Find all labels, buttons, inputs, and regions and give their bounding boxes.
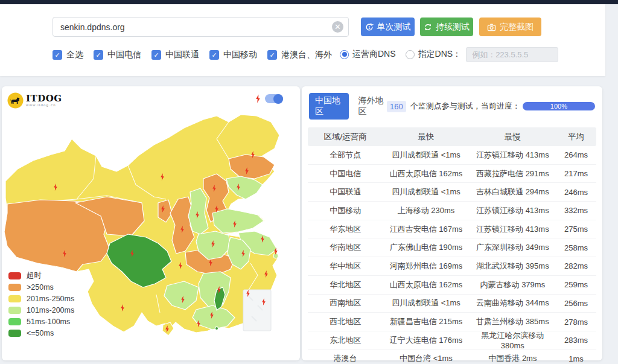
legend-item: 101ms-200ms bbox=[8, 304, 74, 316]
continuous-test-label: 持续测试 bbox=[436, 22, 470, 33]
isp-checkbox[interactable]: ✓ 中国电信 bbox=[94, 49, 141, 60]
legend-color-swatch bbox=[8, 318, 21, 325]
logo-subtitle: www.itdog.cn bbox=[26, 103, 62, 107]
checkbox-check-icon: ✓ bbox=[267, 50, 277, 60]
custom-dns-input[interactable] bbox=[466, 47, 558, 62]
legend-item: 201ms-250ms bbox=[8, 293, 74, 304]
fastest-cell: 四川成都联通 <1ms bbox=[383, 150, 469, 161]
itdog-dog-icon bbox=[7, 92, 24, 109]
legend-item: 51ms-100ms bbox=[8, 316, 74, 327]
slowest-cell: 湖北武汉移动 395ms bbox=[470, 261, 556, 272]
slowest-cell: 中国香港 2ms bbox=[470, 353, 556, 364]
legend-color-swatch bbox=[8, 272, 21, 279]
monitor-count-badge: 160 bbox=[387, 101, 406, 112]
lightning-icon bbox=[255, 94, 261, 103]
table-header-cell: 平均 bbox=[556, 132, 596, 142]
clear-input-icon[interactable]: ✕ bbox=[332, 21, 343, 33]
legend-color-swatch bbox=[8, 284, 21, 291]
full-screenshot-button[interactable]: 完整截图 bbox=[479, 18, 541, 36]
table-body: 全部节点 四川成都联通 <1ms 江苏镇江移动 413ms 264ms 中国电信… bbox=[308, 146, 596, 364]
isp-checkbox[interactable]: ✓ 港澳台、海外 bbox=[267, 49, 332, 60]
checkbox-label: 港澳台、海外 bbox=[281, 49, 332, 60]
fastest-cell: 广东佛山电信 190ms bbox=[383, 242, 469, 253]
region-cell: 西南地区 bbox=[308, 298, 383, 308]
legend-color-swatch bbox=[8, 330, 21, 337]
toggle-switch[interactable] bbox=[265, 94, 283, 103]
loop-icon bbox=[424, 23, 432, 31]
checkbox-label: 全选 bbox=[66, 49, 83, 60]
region-cell: 华南地区 bbox=[308, 242, 383, 253]
fastest-cell: 中国台湾 <1ms bbox=[383, 353, 469, 364]
slowest-cell: 江苏镇江移动 413ms bbox=[470, 205, 556, 216]
south-china-sea-inset bbox=[243, 290, 271, 331]
table-row[interactable]: 华中地区 河南郑州电信 169ms 湖北武汉移动 395ms 282ms bbox=[308, 257, 596, 276]
legend-label: 201ms-250ms bbox=[27, 295, 74, 303]
table-row[interactable]: 全部节点 四川成都联通 <1ms 江苏镇江移动 413ms 264ms bbox=[308, 146, 596, 165]
slowest-cell: 甘肃兰州移动 385ms bbox=[470, 316, 556, 327]
results-table: 区域/运营商最快最慢平均 全部节点 四川成都联通 <1ms 江苏镇江移动 413… bbox=[308, 127, 596, 364]
slowest-cell: 西藏拉萨电信 291ms bbox=[470, 168, 556, 179]
query-panel: ✕ 1 单次测试 持续测试 完整截图 ✓ 全选 ✓ 中国电信 ✓ 中国联通 bbox=[0, 4, 605, 76]
isp-checkbox[interactable]: ✓ 中国移动 bbox=[209, 49, 257, 60]
region-cell: 港澳台 bbox=[308, 353, 383, 364]
province-shandong bbox=[212, 209, 264, 233]
table-row[interactable]: 东北地区 辽宁大连电信 176ms 黑龙江哈尔滨移动 380ms 283ms bbox=[308, 331, 596, 350]
custom-dns-radio[interactable] bbox=[406, 50, 415, 59]
table-row[interactable]: 中国联通 四川成都联通 <1ms 吉林白城联通 294ms 246ms bbox=[308, 183, 596, 202]
isp-checkbox[interactable]: ✓ 中国联通 bbox=[151, 49, 199, 60]
isp-checkbox[interactable]: ✓ 全选 bbox=[53, 49, 83, 60]
region-hongkong bbox=[215, 327, 218, 330]
latency-map-card: ITDOG www.itdog.cn bbox=[2, 86, 300, 360]
slowest-cell: 江苏镇江移动 413ms bbox=[470, 150, 556, 161]
table-row[interactable]: 华北地区 山西太原电信 162ms 内蒙古移动 379ms 259ms bbox=[308, 276, 596, 295]
legend-label: <=50ms bbox=[27, 329, 54, 337]
region-cell: 中国电信 bbox=[308, 168, 383, 179]
slowest-cell: 江苏镇江移动 413ms bbox=[470, 224, 556, 235]
average-cell: 217ms bbox=[556, 169, 596, 178]
table-row[interactable]: 中国电信 山西太原电信 162ms 西藏拉萨电信 291ms 217ms bbox=[308, 165, 596, 184]
tab-china-region[interactable]: 中国地区 bbox=[309, 93, 349, 120]
table-row[interactable]: 西北地区 新疆昌吉电信 215ms 甘肃兰州移动 385ms 278ms bbox=[308, 313, 596, 331]
table-row[interactable]: 西南地区 四川成都联通 <1ms 云南曲靖移动 344ms 256ms bbox=[308, 295, 596, 313]
single-test-button[interactable]: 1 单次测试 bbox=[361, 18, 415, 36]
table-row[interactable]: 中国移动 上海移动 230ms 江苏镇江移动 413ms 332ms bbox=[308, 202, 596, 220]
legend-item: >250ms bbox=[8, 281, 74, 293]
itdog-logo: ITDOG www.itdog.cn bbox=[7, 92, 62, 109]
average-cell: 1ms bbox=[556, 354, 596, 363]
slowest-cell: 云南曲靖移动 344ms bbox=[470, 298, 556, 308]
table-header-row: 区域/运营商最快最慢平均 bbox=[308, 127, 596, 146]
legend-item: <=50ms bbox=[8, 327, 74, 339]
carrier-dns-radio[interactable] bbox=[340, 50, 349, 59]
table-row[interactable]: 华东地区 江西吉安电信 167ms 江苏镇江移动 413ms 275ms bbox=[308, 220, 596, 239]
fastest-cell: 辽宁大连电信 176ms bbox=[383, 335, 469, 346]
region-cell: 东北地区 bbox=[308, 335, 383, 346]
slowest-cell: 吉林白城联通 294ms bbox=[470, 187, 556, 197]
single-test-label: 单次测试 bbox=[377, 22, 411, 33]
average-cell: 282ms bbox=[556, 261, 596, 270]
slowest-cell: 内蒙古移动 379ms bbox=[470, 279, 556, 290]
table-header-cell: 最慢 bbox=[470, 132, 556, 142]
svg-text:1: 1 bbox=[368, 25, 371, 29]
results-header: 中国地区 海外地区 160 个监测点参与测试，当前进度： 100% bbox=[302, 86, 602, 125]
target-url-input[interactable] bbox=[53, 17, 349, 37]
average-cell: 258ms bbox=[556, 243, 596, 252]
results-card: 中国地区 海外地区 160 个监测点参与测试，当前进度： 100% 区域/运营商… bbox=[302, 86, 602, 360]
legend-label: 超时 bbox=[27, 270, 42, 281]
legend-label: 51ms-100ms bbox=[27, 318, 70, 326]
refresh-once-icon: 1 bbox=[365, 23, 374, 31]
legend-color-swatch bbox=[8, 307, 21, 314]
table-row[interactable]: 华南地区 广东佛山电信 190ms 广东深圳移动 349ms 258ms bbox=[308, 238, 596, 257]
fastest-cell: 山西太原电信 162ms bbox=[383, 279, 469, 290]
table-row[interactable]: 港澳台 中国台湾 <1ms 中国香港 2ms 1ms bbox=[308, 350, 596, 364]
slowest-cell: 黑龙江哈尔滨移动 380ms bbox=[470, 330, 556, 350]
legend-label: >250ms bbox=[27, 283, 54, 292]
province-shanghai bbox=[273, 254, 278, 258]
top-navbar bbox=[0, 0, 618, 4]
fastest-cell: 河南郑州电信 169ms bbox=[383, 261, 469, 272]
url-input-wrap: ✕ bbox=[53, 17, 349, 37]
dns-option-group: 运营商DNS 指定DNS： bbox=[340, 46, 558, 62]
logo-title: ITDOG bbox=[26, 94, 62, 103]
average-cell: 264ms bbox=[556, 150, 596, 159]
continuous-test-button[interactable]: 持续测试 bbox=[420, 18, 473, 36]
tab-overseas-region[interactable]: 海外地区 bbox=[357, 93, 387, 120]
